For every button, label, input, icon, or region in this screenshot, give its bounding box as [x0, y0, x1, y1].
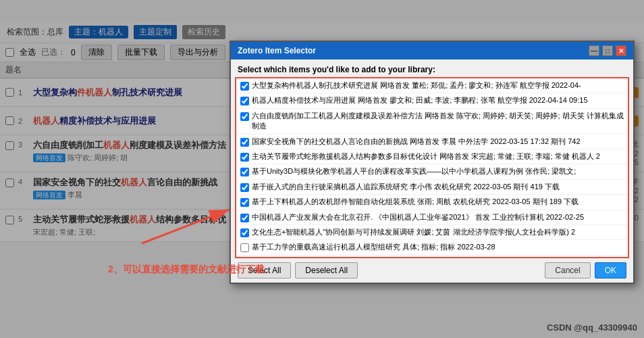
list-item[interactable]: 基于工力学的重载高速运行机器人模型组研究 具体; 指标; 指标 2022-03-… — [236, 240, 628, 255]
item2-text: 机器人精度补偿技术与应用进展 网络首发 廖文和; 田威; 李波; 李鹏程; 张苇… — [252, 95, 624, 105]
list-item[interactable]: 六自由度铣削加工工机器人刚度建模及误差补偿方法 网络首发 陈守欢; 周婷婷; 胡… — [236, 109, 628, 135]
item11-text: 基于工力学的重载高速运行机器人模型组研究 具体; 指标; 指标 2022-03-… — [252, 242, 624, 252]
dialog-maximize-button[interactable]: □ — [602, 45, 613, 56]
item2-checkbox[interactable] — [240, 97, 249, 105]
list-item[interactable]: 机器人精度补偿技术与应用进展 网络首发 廖文和; 田威; 李波; 李鹏程; 张苇… — [236, 93, 628, 108]
item3-checkbox[interactable] — [240, 112, 249, 121]
list-item[interactable]: 大型复杂构件机器人制孔技术研究进展 网络首发 董松; 郑侃; 孟丹; 廖文和; … — [236, 78, 628, 93]
zotero-dialog: Zotero Item Selector — □ ✕ Select which … — [230, 41, 635, 284]
item1-checkbox[interactable] — [240, 82, 249, 91]
item8-checkbox[interactable] — [240, 198, 249, 207]
item3-text: 六自由度铣削加工工机器人刚度建模及误差补偿方法 网络首发 陈守欢; 周婷婷; 胡… — [252, 111, 624, 132]
item9-checkbox[interactable] — [240, 214, 249, 222]
list-item[interactable]: 主动关节履带式蛇形救援机器人结构参数多目标优化设计 网络首发 宋完超; 常健; … — [236, 149, 628, 164]
dialog-footer-right: Cancel OK — [545, 262, 626, 279]
dialog-minimize-button[interactable]: — — [589, 45, 599, 56]
dialog-footer-left: Select All Deselect All — [238, 262, 358, 279]
item10-text: 文化生态+智能机器人"协同创新与可持续发展调研 刘媛; 艾茵 湖北经济学院学报(… — [252, 227, 624, 237]
item4-text: 国家安全视角下的社交机器人言论自由的新挑战 网络首发 李晨 中外法学 2022-… — [252, 137, 624, 147]
item8-text: 基于上下料机器人的农机部件智能自动化组装系统 张雨; 周航 农机化研究 2022… — [252, 197, 624, 207]
list-item[interactable]: 基于Unity3D与模块化教学机器人平台的课程改革实践——以中小学机器人课程为例… — [236, 164, 628, 179]
item11-checkbox[interactable] — [240, 243, 249, 252]
deselect-all-button[interactable]: Deselect All — [295, 262, 358, 279]
item9-text: 中国机器人产业发展大会在北京召开. 《中国机器人工业年鉴2021》 首发 工业控… — [252, 212, 624, 222]
item7-text: 基于嵌入式的自主行驶采摘机器人追踪系统研究 李小伟 农机化研究 2022-03-… — [252, 182, 624, 192]
item6-text: 基于Unity3D与模块化教学机器人平台的课程改革实践——以中小学机器人课程为例… — [252, 166, 624, 176]
list-item[interactable]: 基于嵌入式的自主行驶采摘机器人追踪系统研究 李小伟 农机化研究 2022-03-… — [236, 180, 628, 195]
list-item[interactable]: 中国机器人产业发展大会在北京召开. 《中国机器人工业年鉴2021》 首发 工业控… — [236, 210, 628, 225]
select-all-button[interactable]: Select All — [238, 262, 291, 279]
dialog-window-controls: — □ ✕ — [589, 45, 626, 56]
dialog-subtitle: Select which items you'd like to add to … — [231, 59, 633, 77]
dialog-item-list[interactable]: 大型复杂构件机器人制孔技术研究进展 网络首发 董松; 郑侃; 孟丹; 廖文和; … — [235, 77, 629, 258]
dialog-close-button[interactable]: ✕ — [616, 45, 626, 56]
list-item[interactable]: 基于上下料机器人的农机部件智能自动化组装系统 张雨; 周航 农机化研究 2022… — [236, 195, 628, 210]
item5-text: 主动关节履带式蛇形救援机器人结构参数多目标优化设计 网络首发 宋完超; 常健; … — [252, 151, 624, 162]
list-item[interactable]: 文化生态+智能机器人"协同创新与可持续发展调研 刘媛; 艾茵 湖北经济学院学报(… — [236, 225, 628, 240]
item4-checkbox[interactable] — [240, 138, 249, 147]
item5-checkbox[interactable] — [240, 153, 249, 162]
cancel-button[interactable]: Cancel — [545, 262, 590, 279]
dialog-footer: Select All Deselect All Cancel OK — [231, 258, 633, 283]
item7-checkbox[interactable] — [240, 183, 249, 192]
ok-button[interactable]: OK — [595, 262, 626, 279]
item10-checkbox[interactable] — [240, 228, 249, 237]
list-item[interactable]: 国家安全视角下的社交机器人言论自由的新挑战 网络首发 李晨 中外法学 2022-… — [236, 135, 628, 149]
dialog-title: Zotero Item Selector — [238, 46, 316, 55]
item1-text: 大型复杂构件机器人制孔技术研究进展 网络首发 董松; 郑侃; 孟丹; 廖文和; … — [252, 80, 624, 91]
item6-checkbox[interactable] — [240, 168, 249, 176]
dialog-titlebar: Zotero Item Selector — □ ✕ — [231, 42, 633, 59]
